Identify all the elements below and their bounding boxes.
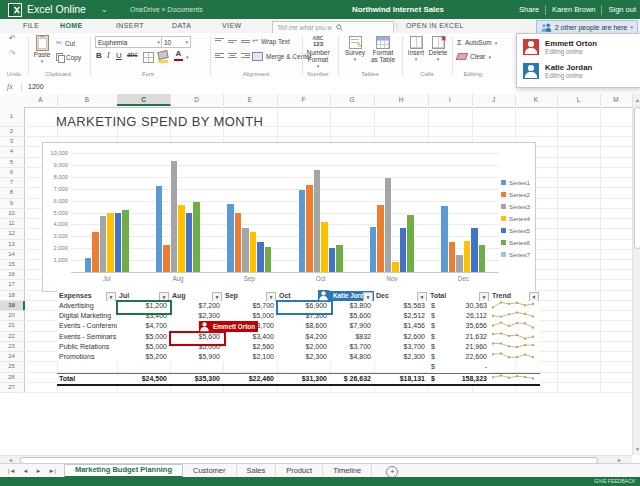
bar-series1-sep[interactable] bbox=[227, 204, 234, 272]
sheet-tab-customer[interactable]: Customer bbox=[183, 464, 237, 478]
align-left-icon[interactable] bbox=[215, 53, 224, 58]
menu-tab-home[interactable]: HOME bbox=[60, 19, 83, 33]
format-as-table-button[interactable]: Format as Table bbox=[368, 36, 398, 63]
value-cell[interactable]: $832 bbox=[330, 332, 374, 342]
total-cell[interactable]: $22,600 bbox=[428, 352, 490, 362]
row-header-10[interactable]: 10 bbox=[0, 209, 23, 219]
bar-series5-dec[interactable] bbox=[471, 228, 478, 272]
bold-button[interactable]: B bbox=[96, 51, 102, 60]
column-header-A[interactable]: A bbox=[24, 94, 58, 106]
scroll-down-icon[interactable]: ▼ bbox=[635, 445, 640, 453]
bar-series2-dec[interactable] bbox=[449, 242, 456, 272]
bar-series6-jul[interactable] bbox=[122, 210, 129, 272]
column-header-I[interactable]: I bbox=[428, 94, 473, 106]
row-header-13[interactable]: 13 bbox=[0, 240, 23, 250]
row-header-20[interactable]: 20 bbox=[0, 311, 23, 321]
signout-link[interactable]: Sign out bbox=[608, 5, 636, 14]
sheet-tab-timeline[interactable]: Timeline bbox=[323, 464, 372, 478]
bar-series4-jul[interactable] bbox=[107, 213, 114, 273]
bar-series2-nov[interactable] bbox=[377, 205, 384, 272]
underline-button[interactable]: U bbox=[116, 51, 122, 60]
sheet-tab-sales[interactable]: Sales bbox=[237, 464, 277, 478]
redo-icon[interactable]: ↷ bbox=[9, 49, 16, 58]
menu-tab-data[interactable]: DATA bbox=[172, 19, 191, 33]
cut-button[interactable]: ✂ Cut bbox=[56, 39, 75, 47]
value-cell[interactable]: $1,456 bbox=[374, 321, 428, 331]
value-cell[interactable]: $2,300 bbox=[374, 352, 428, 362]
scroll-up-icon[interactable]: ▲ bbox=[635, 96, 640, 104]
value-cell[interactable]: $4,800 bbox=[330, 352, 374, 362]
bar-series6-dec[interactable] bbox=[479, 245, 486, 272]
row-header-12[interactable]: 12 bbox=[0, 229, 23, 239]
total-cell[interactable]: $35,656 bbox=[428, 321, 490, 331]
row-header-6[interactable]: 6 bbox=[0, 168, 23, 178]
value-cell[interactable]: $5,600 bbox=[330, 311, 374, 321]
value-cell[interactable]: $4,700 bbox=[117, 321, 170, 331]
strikethrough-button[interactable]: abc bbox=[127, 51, 137, 58]
value-cell[interactable]: $5,000 bbox=[117, 332, 170, 342]
vertical-scroll-thumb[interactable] bbox=[634, 107, 640, 249]
select-all-corner[interactable] bbox=[0, 94, 25, 108]
paste-button[interactable]: Paste ▾ bbox=[31, 35, 53, 64]
total-cell[interactable]: $21,632 bbox=[428, 332, 490, 342]
bar-series2-oct[interactable] bbox=[306, 185, 313, 272]
katie-presence-badge-icon[interactable] bbox=[318, 290, 329, 301]
value-cell[interactable]: $2,600 bbox=[374, 332, 428, 342]
bar-series5-aug[interactable] bbox=[186, 213, 193, 273]
bar-series1-aug[interactable] bbox=[156, 186, 163, 272]
legend-entry-series2[interactable]: Series2 bbox=[501, 191, 530, 198]
legend-entry-series4[interactable]: Series4 bbox=[501, 215, 530, 222]
expense-name-cell[interactable]: Promotions bbox=[57, 352, 119, 362]
bar-series5-nov[interactable] bbox=[400, 228, 407, 272]
undo-icon[interactable]: ↶ bbox=[9, 34, 16, 43]
column-header-D[interactable]: D bbox=[170, 94, 224, 106]
column-header-G[interactable]: G bbox=[330, 94, 375, 106]
value-cell[interactable]: $5,563 bbox=[374, 301, 428, 311]
bar-series3-oct[interactable] bbox=[314, 170, 321, 272]
marketing-chart[interactable]: MARKETING SPEND BY MONTH Series1Series2S… bbox=[42, 112, 536, 290]
bar-series4-oct[interactable] bbox=[321, 222, 328, 272]
value-cell[interactable]: $8,600 bbox=[277, 321, 330, 331]
column-header-B[interactable]: B bbox=[57, 94, 118, 106]
value-cell[interactable]: $2,300 bbox=[277, 352, 330, 362]
wrap-text-button[interactable]: ↩ Wrap Text bbox=[252, 37, 290, 45]
value-cell[interactable]: $5,000 bbox=[223, 311, 277, 321]
people-panel-entry[interactable]: Emmett OrtonEditing online bbox=[523, 39, 597, 56]
sheet-tab-product[interactable]: Product bbox=[276, 464, 323, 478]
align-top-icon[interactable] bbox=[215, 38, 224, 43]
survey-button[interactable]: ✎ Survey ▾ bbox=[342, 36, 368, 62]
value-cell[interactable]: $5,900 bbox=[170, 352, 223, 362]
insert-cells-button[interactable]: Insert ▾ bbox=[406, 36, 426, 62]
row-header-16[interactable]: 16 bbox=[0, 270, 23, 280]
row-header-5[interactable]: 5 bbox=[0, 158, 23, 168]
row-header-24[interactable]: 24 bbox=[0, 352, 23, 362]
expense-name-cell[interactable]: Digital Marketing bbox=[57, 311, 119, 321]
last-sheet-icon[interactable]: ►| bbox=[48, 468, 56, 474]
open-in-excel-button[interactable]: OPEN IN EXCEL bbox=[406, 19, 464, 33]
value-cell[interactable]: $2,000 bbox=[277, 342, 330, 352]
value-cell[interactable]: $3,800 bbox=[330, 301, 374, 311]
total-cell[interactable]: $21,960 bbox=[428, 342, 490, 352]
bar-series3-sep[interactable] bbox=[242, 228, 249, 272]
value-cell[interactable]: $5,200 bbox=[117, 352, 170, 362]
breadcrumb[interactable]: OneDrive » Documents bbox=[130, 0, 203, 19]
row-header-14[interactable]: 14 bbox=[0, 250, 23, 260]
legend-entry-series3[interactable]: Series3 bbox=[501, 203, 530, 210]
value-cell[interactable]: $2,300 bbox=[170, 311, 223, 321]
borders-button[interactable] bbox=[143, 52, 154, 63]
font-color-button[interactable]: A bbox=[174, 50, 183, 61]
bar-series2-jul[interactable] bbox=[92, 232, 99, 272]
row-header-17[interactable]: 17 bbox=[0, 280, 23, 290]
value-cell[interactable]: $5,000 bbox=[117, 342, 170, 352]
bar-series1-jul[interactable] bbox=[85, 258, 92, 272]
copy-button[interactable]: Copy bbox=[56, 53, 81, 61]
prev-sheet-icon[interactable]: ◄ bbox=[23, 468, 29, 474]
total-cell[interactable]: $30,363 bbox=[428, 301, 490, 311]
column-header-F[interactable]: F bbox=[277, 94, 331, 106]
value-cell[interactable]: $5,700 bbox=[223, 301, 277, 311]
row-header-3[interactable]: 3 bbox=[0, 137, 23, 147]
bar-series3-aug[interactable] bbox=[171, 161, 178, 272]
self-selection-c19[interactable] bbox=[116, 300, 172, 315]
bar-series3-nov[interactable] bbox=[385, 178, 392, 272]
bar-series6-aug[interactable] bbox=[193, 202, 200, 272]
